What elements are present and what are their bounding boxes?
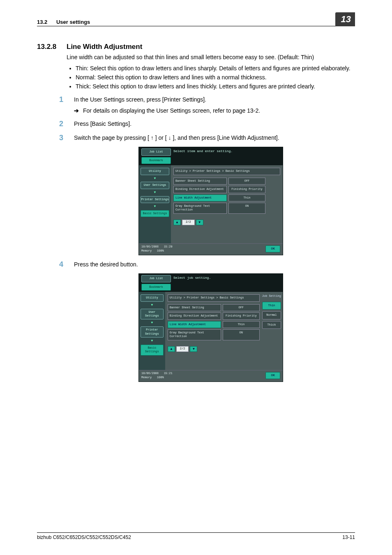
choice-normal[interactable]: Normal: [262, 311, 281, 319]
chapter-badge: 13: [335, 12, 355, 26]
step-4: 4 Press the desired button.: [59, 259, 355, 269]
choice-thick[interactable]: Thick: [262, 321, 281, 329]
step-2: 2 Press [Basic Settings].: [59, 119, 355, 129]
screen2-left-nav: Utility ▼ User Settings ▼ Printer Settin…: [139, 292, 165, 370]
step-2-text: Press [Basic Settings].: [74, 119, 355, 129]
screenshot-1: Job List Select item and enter setting. …: [138, 147, 283, 255]
step-1-sub-text: For details on displaying the User Setti…: [83, 107, 260, 115]
footer-pct: 100%: [157, 249, 164, 252]
row-gray-label[interactable]: Gray Background Text Correction: [168, 329, 221, 340]
section-heading: 13.2.8 Line Width Adjustment: [37, 43, 355, 51]
footer-mem: Memory: [141, 376, 152, 379]
row-binding-label[interactable]: Binding Direction Adjustment: [168, 312, 221, 319]
footer-mem: Memory: [141, 249, 152, 252]
nav-printer-settings[interactable]: Printer Settings: [141, 326, 164, 338]
screen1-left-nav: Utility ▼ User Settings ▼ Printer Settin…: [139, 165, 171, 243]
row-binding-value: Finishing Priority: [223, 312, 260, 319]
step-4-text: Press the desired button.: [74, 259, 355, 269]
nav-utility[interactable]: Utility: [141, 294, 164, 301]
option-thin: Thin: Select this option to draw letters…: [76, 65, 355, 72]
step-3-num: 3: [59, 133, 74, 143]
nav-arrow-icon: ▼: [141, 339, 164, 343]
header-section-title: User settings: [56, 19, 90, 25]
row-banner-value: OFF: [228, 178, 265, 185]
option-thick: Thick: Select this option to draw letter…: [76, 83, 355, 90]
row-linewidth-label[interactable]: Line Width Adjustment: [168, 321, 221, 328]
footer-time: 15:21: [164, 372, 173, 375]
page-indicator: 2/2: [176, 346, 189, 352]
row-binding-value: Finishing Priority: [228, 186, 265, 193]
footer-pct: 100%: [157, 376, 164, 379]
breadcrumb: Utility > Printer Settings > Basic Setti…: [168, 294, 260, 301]
footer-date: 10/06/2008: [141, 245, 159, 248]
footer-page: 13-11: [342, 534, 355, 540]
option-normal: Normal: Select this option to draw lette…: [76, 74, 355, 81]
footer-date: 10/06/2008: [141, 372, 159, 375]
ok-button[interactable]: OK: [265, 372, 280, 379]
row-linewidth-label[interactable]: Line Width Adjustment: [173, 194, 227, 201]
nav-user-settings[interactable]: User Settings: [141, 182, 169, 189]
nav-arrow-icon: ▼: [141, 204, 169, 209]
job-setting-title: Job Setting: [262, 294, 281, 300]
step-1-text: In the User Settings screen, press [Prin…: [74, 95, 355, 104]
option-list: Thin: Select this option to draw letters…: [67, 65, 355, 90]
nav-user-settings[interactable]: User Settings: [141, 309, 164, 320]
page-down-button[interactable]: ▼: [196, 220, 203, 225]
breadcrumb: Utility > Printer Settings > Basic Setti…: [173, 168, 280, 175]
screen1-instruction: Select item and enter setting.: [173, 148, 280, 155]
page-down-button[interactable]: ▼: [190, 346, 197, 352]
intro-text: Line width can be adjusted so that thin …: [67, 53, 355, 61]
page-header: 13.2 User settings 13: [37, 12, 355, 26]
nav-arrow-icon: ▼: [141, 190, 169, 195]
step-3-text: Switch the page by pressing [ ↑ ] or [ ↓…: [74, 133, 355, 143]
page-up-button[interactable]: ▲: [173, 220, 181, 225]
nav-arrow-icon: ▼: [141, 176, 169, 181]
nav-arrow-icon: ▼: [141, 303, 164, 308]
nav-basic-settings[interactable]: Basic Settings: [141, 345, 164, 356]
row-gray-label[interactable]: Gray Background Text Correction: [173, 203, 227, 214]
step-1-num: 1: [59, 95, 74, 104]
choice-thin[interactable]: Thin: [262, 302, 281, 310]
row-linewidth-value: Thin: [223, 321, 260, 328]
footer-time: 15:20: [164, 245, 173, 248]
pager: ▲ 2/2 ▼: [173, 220, 280, 225]
step-4-num: 4: [59, 259, 74, 269]
nav-printer-settings[interactable]: Printer Settings: [141, 196, 169, 203]
step-1-sub: ➔ For details on displaying the User Set…: [74, 107, 355, 115]
header-left: 13.2 User settings: [37, 19, 90, 25]
bookmark-button[interactable]: Bookmark: [141, 284, 171, 291]
step-3: 3 Switch the page by pressing [ ↑ ] or […: [59, 133, 355, 143]
bookmark-button[interactable]: Bookmark: [141, 157, 171, 164]
row-banner-value: OFF: [223, 304, 260, 311]
row-gray-value: ON: [223, 329, 260, 340]
screen2-right-panel: Job Setting Thin Normal Thick: [262, 292, 283, 370]
section-number: 13.2.8: [37, 43, 67, 51]
header-section-num: 13.2: [37, 19, 47, 25]
step-2-num: 2: [59, 119, 74, 129]
job-list-button[interactable]: Job List: [141, 148, 171, 155]
nav-arrow-icon: ▼: [141, 321, 164, 325]
screen1-main: Utility > Printer Settings > Basic Setti…: [171, 165, 283, 243]
row-banner-label[interactable]: Banner Sheet Setting: [168, 304, 221, 311]
row-linewidth-value: Thin: [228, 194, 265, 201]
row-banner-label[interactable]: Banner Sheet Setting: [173, 178, 227, 185]
page-indicator: 2/2: [182, 220, 195, 225]
pager: ▲ 2/2 ▼: [168, 346, 260, 352]
nav-basic-settings[interactable]: Basic Settings: [141, 210, 169, 217]
row-binding-label[interactable]: Binding Direction Adjustment: [173, 186, 227, 193]
page-up-button[interactable]: ▲: [168, 346, 175, 352]
screen1-footer: 10/06/2008 15:20 Memory 100% OK: [139, 243, 283, 255]
screen2-footer: 10/06/2008 15:21 Memory 100% OK: [139, 370, 283, 382]
nav-utility[interactable]: Utility: [141, 168, 169, 175]
section-title: Line Width Adjustment: [67, 43, 142, 51]
screenshot-2: Job List Select job setting. Bookmark Ut…: [138, 273, 283, 382]
step-1: 1 In the User Settings screen, press [Pr…: [59, 95, 355, 104]
ok-button[interactable]: OK: [265, 245, 280, 252]
page-footer: bizhub C652/C652DS/C552/C552DS/C452 13-1…: [37, 532, 355, 540]
arrow-icon: ➔: [74, 107, 79, 115]
screen2-main: Utility > Printer Settings > Basic Setti…: [165, 292, 262, 370]
job-list-button[interactable]: Job List: [141, 275, 171, 282]
footer-model: bizhub C652/C652DS/C552/C552DS/C452: [37, 534, 131, 540]
row-gray-value: ON: [228, 203, 265, 214]
screen2-instruction: Select job setting.: [173, 275, 280, 282]
